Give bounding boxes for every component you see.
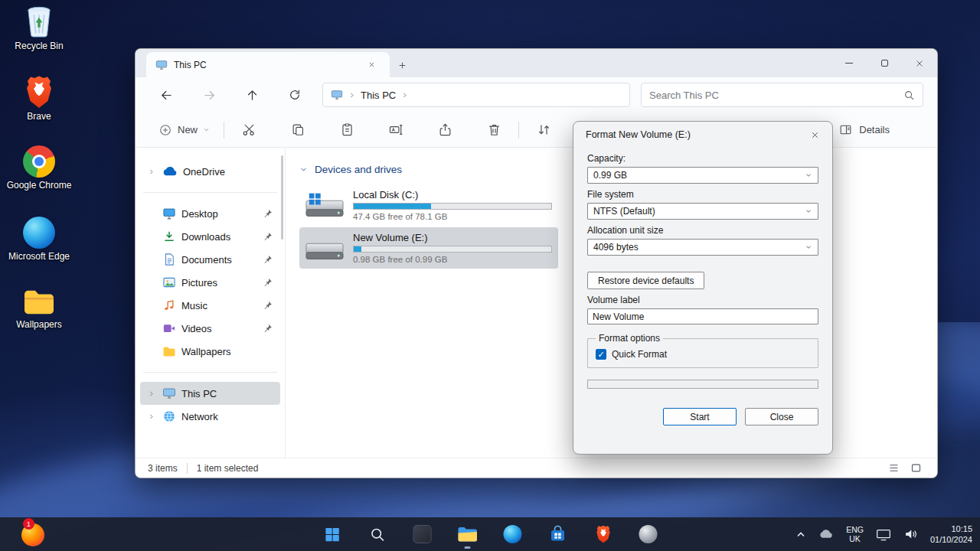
quick-format-option[interactable]: ✓ Quick Format [596, 349, 810, 360]
clock[interactable]: 10:15 01/10/2024 [930, 523, 972, 545]
rename-icon [388, 122, 403, 137]
start-button[interactable]: Start [663, 408, 737, 425]
chevron-right-icon[interactable] [401, 92, 408, 99]
new-button[interactable]: New [152, 117, 216, 143]
taskbar-file-explorer-button[interactable] [452, 519, 483, 549]
drive-free-space: 47.4 GB free of 78.1 GB [353, 212, 552, 221]
minimize-button[interactable] [831, 49, 867, 77]
pin-icon [263, 278, 273, 288]
format-progress-bar [587, 380, 818, 389]
desktop-icon-label: Recycle Bin [15, 41, 63, 51]
refresh-button[interactable] [273, 81, 316, 109]
taskbar-app-dark[interactable] [407, 519, 438, 549]
sidebar-item-downloads[interactable]: Downloads [140, 225, 280, 248]
windows-start-icon [323, 526, 341, 543]
sidebar-item-onedrive[interactable]: OneDrive [140, 160, 280, 183]
search-icon[interactable] [903, 90, 915, 101]
hidden-icons-button[interactable] [795, 530, 806, 539]
desktop-icon-microsoft-edge[interactable]: Microsoft Edge [3, 217, 75, 262]
sort-button[interactable] [527, 117, 560, 143]
copy-button[interactable] [281, 117, 315, 143]
tray-onedrive-icon[interactable] [818, 529, 834, 540]
close-window-button[interactable] [902, 49, 937, 77]
sidebar-item-pictures[interactable]: Pictures [140, 271, 280, 294]
chevron-down-icon[interactable] [299, 165, 308, 174]
taskbar-search-button[interactable] [362, 519, 393, 549]
volume-label-label: Volume label [587, 295, 818, 305]
sidebar-item-desktop[interactable]: Desktop [140, 202, 280, 225]
large-icons-view-icon[interactable] [910, 462, 922, 474]
taskbar-store-button[interactable] [543, 519, 573, 549]
back-button[interactable] [145, 81, 188, 109]
volume-label-input[interactable] [587, 308, 818, 324]
close-button[interactable]: Close [745, 408, 818, 425]
paste-icon [340, 122, 354, 137]
chevron-down-icon [203, 126, 210, 133]
sidebar-item-this-pc[interactable]: This PC [140, 382, 280, 405]
copy-icon [291, 122, 305, 137]
forward-button[interactable] [188, 81, 230, 109]
search-input[interactable] [649, 90, 897, 101]
language-indicator[interactable]: ENG UK [846, 525, 864, 543]
allocation-unit-dropdown[interactable]: 4096 bytes [587, 239, 818, 256]
search-box[interactable] [641, 83, 923, 107]
desktop-icon-recycle-bin[interactable]: Recycle Bin [3, 5, 75, 51]
share-button[interactable] [428, 117, 462, 143]
delete-button[interactable] [477, 117, 511, 143]
desktop-icon-brave[interactable]: Brave [3, 75, 75, 122]
address-bar[interactable]: This PC [322, 83, 630, 107]
desktop-icon-google-chrome[interactable]: Google Chrome [3, 145, 75, 191]
tab-this-pc[interactable]: This PC [146, 52, 390, 77]
breadcrumb[interactable]: This PC [361, 90, 396, 101]
videos-folder-icon [162, 321, 176, 335]
network-status-button[interactable] [876, 528, 891, 541]
up-button[interactable] [230, 81, 273, 109]
sidebar-item-label: Downloads [181, 231, 230, 243]
dialog-body: Capacity: 0.99 GB File system NTFS (Defa… [573, 153, 832, 425]
checkbox-checked-icon[interactable]: ✓ [596, 349, 606, 360]
drive-usage-fill [354, 204, 431, 209]
sidebar-scrollbar[interactable] [281, 155, 283, 240]
maximize-button[interactable] [867, 49, 902, 77]
sidebar-item-documents[interactable]: Documents [140, 248, 280, 271]
rename-button[interactable] [379, 117, 413, 143]
dialog-title-bar: Format New Volume (E:) [573, 122, 832, 148]
file-system-dropdown[interactable]: NTFS (Default) [587, 203, 818, 220]
new-tab-button[interactable] [393, 56, 411, 74]
status-bar: 3 items 1 item selected [136, 458, 937, 478]
sidebar-item-music[interactable]: Music [140, 294, 280, 317]
dialog-close-button[interactable] [802, 125, 828, 145]
sort-icon [537, 122, 551, 137]
volume-button[interactable] [903, 528, 918, 540]
drive-item-new-volume-e[interactable]: New Volume (E:) 0.98 GB free of 0.99 GB [299, 227, 558, 269]
tab-close-icon[interactable] [362, 56, 381, 74]
sidebar-item-label: Documents [181, 254, 232, 266]
start-button[interactable] [317, 519, 348, 549]
chevron-right-icon[interactable] [145, 390, 157, 397]
chevron-right-icon[interactable] [145, 168, 157, 175]
speaker-icon [903, 528, 918, 540]
paste-button[interactable] [330, 117, 364, 143]
microsoft-store-icon [549, 525, 567, 543]
taskbar-edge-button[interactable] [498, 519, 528, 549]
sidebar-item-videos[interactable]: Videos [140, 317, 280, 340]
chevron-right-icon[interactable] [348, 92, 355, 99]
details-button[interactable]: Details [832, 117, 896, 143]
chevron-right-icon[interactable] [145, 413, 157, 420]
cut-button[interactable] [232, 117, 266, 143]
this-pc-icon [162, 387, 176, 399]
tab-strip: This PC [136, 49, 937, 77]
desktop-icon-wallpapers[interactable]: Wallpapers [3, 288, 75, 330]
taskbar-notification-app[interactable]: 1 [18, 520, 47, 549]
pin-icon [263, 255, 273, 265]
taskbar-app-sphere[interactable] [633, 519, 664, 549]
sidebar-item-wallpapers[interactable]: Wallpapers [140, 340, 280, 363]
desktop-icon-label: Brave [27, 112, 51, 122]
sidebar-item-label: Videos [181, 323, 212, 334]
details-view-icon[interactable] [888, 462, 900, 474]
drive-item-local-disk-c[interactable]: Local Disk (C:) 47.4 GB free of 78.1 GB [299, 184, 558, 226]
taskbar-brave-button[interactable] [588, 519, 619, 549]
capacity-dropdown[interactable]: 0.99 GB [587, 167, 818, 184]
sidebar-item-network[interactable]: Network [140, 405, 280, 428]
restore-device-defaults-button[interactable]: Restore device defaults [587, 272, 704, 289]
